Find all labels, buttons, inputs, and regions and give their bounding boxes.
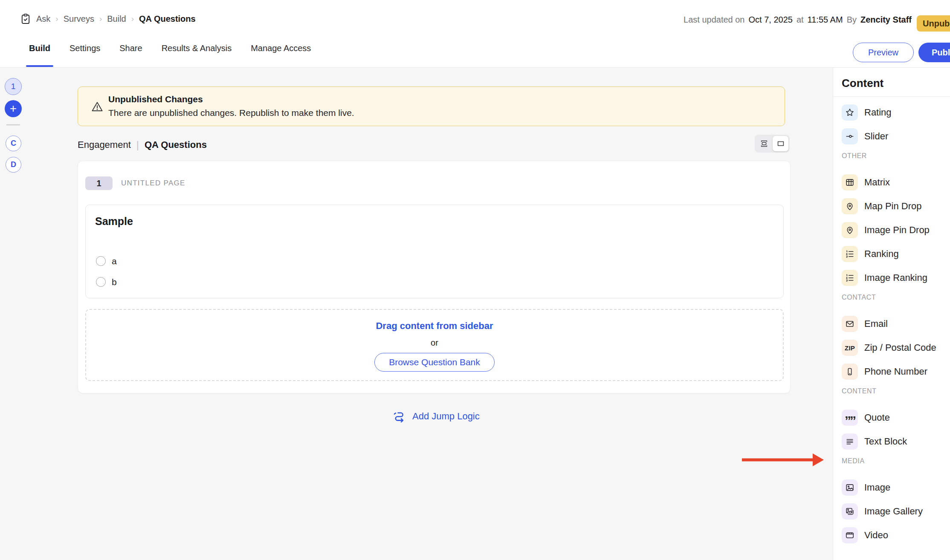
page-number-badge[interactable]: 1 bbox=[85, 176, 113, 190]
sidebar-item-label: Text Block bbox=[864, 436, 907, 447]
survey-builder-app: { "breadcrumb": { "icon": "survey-clipbo… bbox=[0, 0, 950, 560]
sidebar-item-map-pin-drop[interactable]: Map Pin Drop bbox=[842, 198, 942, 214]
question-options: ab bbox=[96, 256, 117, 298]
sidebar-item-label: Map Pin Drop bbox=[864, 201, 922, 212]
slider-icon bbox=[842, 128, 858, 144]
radio-option: a bbox=[96, 256, 117, 266]
sidebar-item-image-pin-drop[interactable]: Image Pin Drop bbox=[842, 222, 942, 238]
sidebar-item-image-gallery[interactable]: Image Gallery bbox=[842, 503, 942, 520]
radio-button[interactable] bbox=[96, 256, 106, 266]
quote-icon: ”” bbox=[842, 410, 858, 426]
unpublished-changes-badge: Unpublished Changes bbox=[917, 15, 950, 32]
engagement-label: Engagement bbox=[78, 139, 131, 150]
survey-page-card: 1 UNTITLED PAGE Sample ab Drag content f… bbox=[78, 161, 791, 393]
unpublished-changes-banner: Unpublished Changes There are unpublishe… bbox=[78, 87, 785, 126]
status-at: at bbox=[796, 15, 804, 25]
star-icon bbox=[842, 104, 858, 121]
sidebar-item-image-ranking[interactable]: Image Ranking bbox=[842, 270, 942, 286]
sidebar-item-ranking[interactable]: Ranking bbox=[842, 246, 942, 262]
content-drop-zone: Drag content from sidebar or Browse Ques… bbox=[85, 309, 784, 381]
breadcrumb-surveys[interactable]: Surveys bbox=[64, 14, 94, 24]
sidebar-item-rating[interactable]: Rating bbox=[842, 104, 942, 121]
sidebar-item-label: Image Ranking bbox=[864, 272, 927, 283]
last-updated-status: Last updated on Oct 7, 2025 at 11:55 AM … bbox=[684, 15, 912, 25]
banner-message: There are unpublished changes. Republish… bbox=[108, 108, 354, 118]
tab-settings[interactable]: Settings bbox=[70, 30, 100, 67]
sidebar-item-label: Matrix bbox=[864, 177, 890, 188]
section-label-contact: CONTACT bbox=[842, 294, 942, 301]
rail-button-c[interactable]: C bbox=[6, 136, 21, 151]
add-jump-logic-link[interactable]: Add Jump Logic bbox=[392, 409, 480, 424]
breadcrumb-build[interactable]: Build bbox=[107, 14, 126, 24]
sidebar-item-label: Video bbox=[864, 530, 888, 541]
breadcrumb-separator-icon: › bbox=[131, 14, 134, 23]
sidebar-item-label: Rating bbox=[864, 107, 892, 118]
status-time: 11:55 AM bbox=[808, 15, 843, 25]
image-icon bbox=[842, 479, 858, 496]
sidebar-item-label: Image Gallery bbox=[864, 506, 923, 517]
survey-header: Engagement | QA Questions bbox=[78, 139, 207, 151]
sidebar-item-text-block[interactable]: Text Block bbox=[842, 433, 942, 450]
radio-button[interactable] bbox=[96, 277, 106, 287]
question-card[interactable]: Sample ab bbox=[85, 205, 784, 298]
ordered-list-icon bbox=[842, 270, 858, 286]
sidebar-item-phone-number[interactable]: Phone Number bbox=[842, 364, 942, 380]
tab-share[interactable]: Share bbox=[119, 30, 142, 67]
text-lines-icon bbox=[842, 433, 858, 450]
map-pin-icon bbox=[842, 198, 858, 214]
sidebar-item-matrix[interactable]: Matrix bbox=[842, 174, 942, 191]
sidebar-divider bbox=[833, 96, 950, 97]
section-label-other: OTHER bbox=[842, 152, 942, 160]
ordered-list-icon bbox=[842, 246, 858, 262]
sidebar-item-label: Email bbox=[864, 318, 888, 329]
status-date: Oct 7, 2025 bbox=[749, 15, 793, 25]
rail-button-d[interactable]: D bbox=[6, 157, 21, 173]
sidebar-item-image[interactable]: Image bbox=[842, 479, 942, 496]
sidebar-item-email[interactable]: Email bbox=[842, 316, 942, 332]
breadcrumb-ask[interactable]: Ask bbox=[36, 14, 50, 24]
list-view-icon[interactable] bbox=[756, 136, 772, 151]
breadcrumb-separator-icon: › bbox=[99, 14, 102, 23]
jump-logic-arrow-icon bbox=[392, 409, 407, 424]
browse-question-bank-button[interactable]: Browse Question Bank bbox=[374, 353, 495, 372]
sidebar-item-label: Ranking bbox=[864, 248, 899, 260]
sidebar-item-label: Image bbox=[864, 482, 890, 493]
red-arrow-annotation bbox=[742, 453, 824, 466]
tab-results-analysis[interactable]: Results & Analysis bbox=[162, 30, 232, 67]
header-separator: | bbox=[136, 139, 139, 151]
content-sidebar: Content RatingSliderOTHERMatrixMap Pin D… bbox=[833, 67, 950, 560]
rail-divider bbox=[6, 124, 20, 125]
preview-button[interactable]: Preview bbox=[853, 43, 914, 62]
image-gallery-icon bbox=[842, 503, 858, 520]
sidebar-item-video[interactable]: Video bbox=[842, 527, 942, 543]
tab-bar: BuildSettingsShareResults & AnalysisMana… bbox=[29, 30, 311, 67]
view-mode-toggle bbox=[755, 135, 790, 153]
sidebar-item-label: Quote bbox=[864, 412, 890, 423]
breadcrumb: Ask›Surveys›Build› QA Questions bbox=[20, 13, 196, 25]
warning-triangle-icon bbox=[91, 100, 104, 113]
page-1-button[interactable]: 1 bbox=[5, 78, 22, 95]
app-header: Ask›Surveys›Build› QA Questions Last upd… bbox=[0, 0, 950, 68]
status-prefix: Last updated on bbox=[684, 15, 744, 25]
sidebar-item-slider[interactable]: Slider bbox=[842, 128, 942, 144]
add-page-button[interactable]: + bbox=[5, 100, 22, 117]
publish-button[interactable]: Publish bbox=[918, 43, 950, 62]
zip-text-icon: ZIP bbox=[842, 340, 858, 356]
phone-icon bbox=[842, 364, 858, 380]
video-icon bbox=[842, 527, 858, 543]
sidebar-title: Content bbox=[842, 77, 883, 90]
breadcrumb-separator-icon: › bbox=[55, 14, 58, 23]
page-title: UNTITLED PAGE bbox=[121, 179, 185, 188]
option-label: a bbox=[112, 256, 117, 266]
map-pin-icon bbox=[842, 222, 858, 238]
tab-manage-access[interactable]: Manage Access bbox=[251, 30, 311, 67]
sidebar-item-zip-postal-code[interactable]: ZIPZip / Postal Code bbox=[842, 340, 942, 356]
or-label: or bbox=[86, 338, 783, 348]
breadcrumb-current: QA Questions bbox=[139, 14, 196, 24]
drag-content-label: Drag content from sidebar bbox=[86, 320, 783, 332]
sidebar-item-quote[interactable]: ””Quote bbox=[842, 410, 942, 426]
card-view-icon[interactable] bbox=[773, 136, 788, 151]
question-title: Sample bbox=[95, 215, 133, 228]
tab-build[interactable]: Build bbox=[29, 30, 50, 67]
status-author: Zencity Staff bbox=[860, 15, 912, 25]
